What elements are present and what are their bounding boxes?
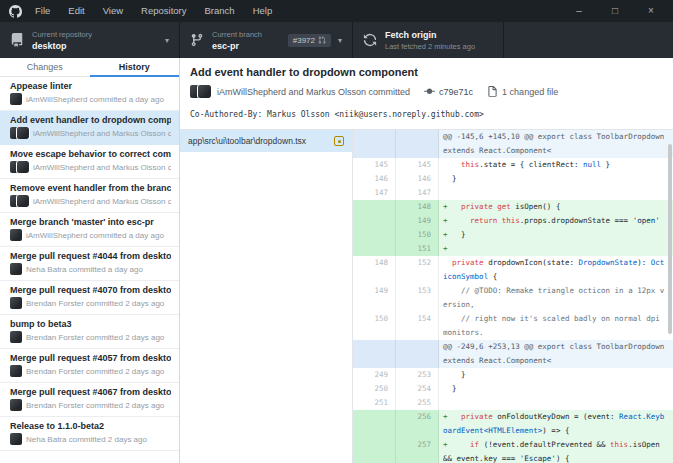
old-line-number: 146 <box>353 172 396 186</box>
diff-line: 146146 } <box>353 172 673 186</box>
commit-item-title: Merge pull request #4057 from desktop/..… <box>10 353 171 363</box>
commit-item-byline: Brendan Forster committed 2 days ago <box>26 401 164 410</box>
menu-repository[interactable]: Repository <box>132 0 195 22</box>
tab-changes[interactable]: Changes <box>0 58 90 76</box>
new-line-number: 146 <box>396 172 439 186</box>
github-desktop-window: FileEditViewRepositoryBranchHelp – □ × C… <box>0 0 673 463</box>
avatar <box>17 195 29 207</box>
avatar <box>10 331 22 343</box>
commit-meta: iAmWillShepherd and Markus Olsson commit… <box>190 85 663 98</box>
commit-list-item[interactable]: Merge pull request #4070 from desktop/..… <box>0 281 179 315</box>
changed-files-count: 1 changed file <box>502 87 558 97</box>
menu-branch[interactable]: Branch <box>196 0 244 22</box>
committer-avatars <box>10 229 22 241</box>
commit-item-title: Remove event handler from the branches.. <box>10 183 171 193</box>
addition-marker: + <box>443 202 452 211</box>
diff-code-text: + if (!event.defaultPrevented && this.is… <box>439 438 673 463</box>
commit-item-title: bump to beta3 <box>10 319 171 329</box>
commit-list-item[interactable]: Merge pull request #4044 from desktop/..… <box>0 247 179 281</box>
old-line-number: 251 <box>353 396 396 410</box>
changed-files-list: app\src\ui\toolbar\dropdown.tsx <box>180 130 353 463</box>
commit-list-item[interactable]: Merge pull request #4057 from desktop/..… <box>0 349 179 383</box>
diff-line: 147147 <box>353 186 673 200</box>
branch-label: Current branch <box>212 30 262 39</box>
diff-line: 251255 <box>353 396 673 410</box>
diff-hunk-header: @@ -249,6 +253,13 @@ export class Toolba… <box>353 340 673 368</box>
toolbar: Current repository desktop ▾ Current bra… <box>0 22 673 58</box>
commit-item-byline: iAmWillShepherd and Markus Olsson co... <box>33 129 171 138</box>
commit-item-meta: iAmWillShepherd committed a day ago <box>10 229 171 241</box>
committer-avatars <box>10 433 22 445</box>
committer-avatars <box>10 263 22 275</box>
diff-line: 145145 this.state = { clientRect: null } <box>353 158 673 172</box>
committer-avatars <box>10 127 29 139</box>
new-line-number: 256 <box>396 410 439 438</box>
new-line-number: 150 <box>396 228 439 242</box>
commit-item-meta: Neha Batra committed 2 days ago <box>10 433 171 445</box>
diff-line: 151+ <box>353 242 673 256</box>
addition-marker: + <box>443 230 452 239</box>
new-line-number: 153 <box>396 284 439 312</box>
diff-code-text <box>439 396 673 410</box>
committer-avatars <box>10 399 22 411</box>
new-line-number: 253 <box>396 368 439 382</box>
new-line-number: 147 <box>396 186 439 200</box>
fetch-origin-button[interactable]: Fetch origin Last fetched 2 minutes ago <box>353 22 504 58</box>
addition-marker: + <box>443 244 452 253</box>
file-icon <box>487 86 498 97</box>
titlebar: FileEditViewRepositoryBranchHelp – □ × <box>0 0 673 22</box>
commit-item-meta: Brendan Forster committed 2 days ago <box>10 331 171 343</box>
commit-sha[interactable]: c79e71c <box>439 87 473 97</box>
commit-list-item[interactable]: Merge pull request #4067 from desktop/..… <box>0 383 179 417</box>
current-branch-button[interactable]: Current branch esc-pr #3972 ▾ <box>180 22 353 58</box>
maximize-button[interactable]: □ <box>597 0 633 22</box>
commit-list-item[interactable]: Add event handler to dropdown compon...i… <box>0 111 179 145</box>
diff-code-text: // @TODO: Remake triangle octicon in a 1… <box>439 284 673 312</box>
menu-file[interactable]: File <box>26 0 59 22</box>
git-commit-icon <box>424 86 435 97</box>
tab-history[interactable]: History <box>90 58 180 76</box>
menu-edit[interactable]: Edit <box>59 0 93 22</box>
commit-description: Co-Authored-By: Markus Olsson <niik@user… <box>190 98 663 129</box>
file-list-item[interactable]: app\src\ui\toolbar\dropdown.tsx <box>180 130 352 152</box>
menu-help[interactable]: Help <box>244 0 282 22</box>
commit-list-item[interactable]: Move escape behavior to correct compo...… <box>0 145 179 179</box>
chevron-down-icon: ▾ <box>165 36 169 45</box>
commit-list-item[interactable]: bump to beta3Brendan Forster committed 2… <box>0 315 179 349</box>
committer-avatars <box>10 195 29 207</box>
menu-view[interactable]: View <box>94 0 132 22</box>
old-line-number <box>353 214 396 228</box>
diff-code-text: + <box>439 242 673 256</box>
repository-name: desktop <box>32 41 92 51</box>
commit-item-meta: iAmWillShepherd and Markus Olsson co... <box>10 195 171 207</box>
old-line-number <box>353 410 396 438</box>
new-line-number: 145 <box>396 158 439 172</box>
old-line-number: 249 <box>353 368 396 382</box>
diff-scrollbar-thumb[interactable] <box>668 144 672 334</box>
new-line-number: 257 <box>396 438 439 463</box>
diff-code-text: // right now it's scaled badly on normal… <box>439 312 673 340</box>
diff-code-text: } <box>439 368 673 382</box>
commit-list-item[interactable]: Remove event handler from the branches..… <box>0 179 179 213</box>
old-line-number: 149 <box>353 284 396 312</box>
commit-list-item[interactable]: Merge branch 'master' into esc-priAmWill… <box>0 213 179 247</box>
new-line-number <box>396 340 439 368</box>
commit-item-byline: iAmWillShepherd and Markus Olsson co... <box>33 197 171 206</box>
commit-item-title: Appease linter <box>10 81 171 91</box>
avatar <box>10 399 22 411</box>
commit-list-item[interactable]: Appease linteriAmWillShepherd committed … <box>0 77 179 111</box>
close-button[interactable]: × <box>633 0 669 22</box>
commit-header: Add event handler to dropdown component … <box>180 58 673 130</box>
current-repository-button[interactable]: Current repository desktop ▾ <box>0 22 180 58</box>
commit-item-meta: Neha Batra committed a day ago <box>10 263 171 275</box>
new-line-number: 151 <box>396 242 439 256</box>
pull-request-number: #3972 <box>293 36 315 45</box>
committer-avatars <box>10 331 22 343</box>
repo-icon <box>10 33 24 47</box>
diff-line: 257+ if (!event.defaultPrevented && this… <box>353 438 673 463</box>
avatar <box>10 297 22 309</box>
minimize-button[interactable]: – <box>561 0 597 22</box>
commit-list-item[interactable]: Release to 1.1.0-beta2Neha Batra committ… <box>0 417 179 451</box>
chevron-down-icon: ▾ <box>338 36 342 45</box>
commit-detail-pane: Add event handler to dropdown component … <box>180 58 673 463</box>
